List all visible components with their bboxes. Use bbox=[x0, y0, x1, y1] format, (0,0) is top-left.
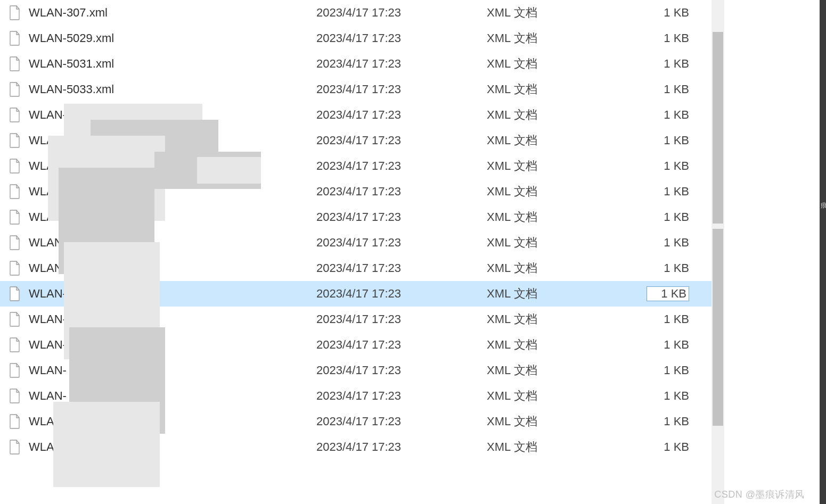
file-size: 1 KB bbox=[647, 108, 689, 122]
file-date-modified: 2023/4/17 17:23 bbox=[316, 185, 487, 199]
file-row[interactable]: WLAN-5033.xml2023/4/17 17:23XML 文档1 KB bbox=[0, 77, 724, 102]
file-row[interactable]: WLAN- 5G.xml2023/4/17 17:23XML 文档1 KB bbox=[0, 230, 724, 255]
file-type: XML 文档 bbox=[487, 209, 647, 225]
file-size: 1 KB bbox=[647, 440, 689, 454]
file-icon bbox=[9, 286, 21, 301]
file-size: 1 KB bbox=[647, 261, 689, 275]
file-type: XML 文档 bbox=[487, 30, 647, 46]
file-date-modified: 2023/4/17 17:23 bbox=[316, 6, 487, 20]
file-row[interactable]: WLAN- xml2023/4/17 17:23XML 文档1 KB bbox=[0, 153, 724, 179]
file-size: 1 KB bbox=[647, 415, 689, 428]
file-name: WLAN-5033.xml bbox=[29, 82, 316, 96]
file-size: 1 KB bbox=[647, 389, 689, 403]
file-list: WLAN-307.xml2023/4/17 17:23XML 文档1 KBWLA… bbox=[0, 0, 724, 504]
file-row[interactable]: WLAN- 1_5G.xml2023/4/17 17:23XML 文档1 KB bbox=[0, 409, 724, 434]
file-name: WLAN- XW.xml bbox=[29, 312, 316, 326]
file-date-modified: 2023/4/17 17:23 bbox=[316, 134, 487, 147]
file-icon bbox=[9, 337, 21, 352]
file-name: WLAN-307.xml bbox=[29, 6, 316, 20]
file-size: 1 KB bbox=[647, 57, 689, 71]
file-type: XML 文档 bbox=[487, 439, 647, 455]
file-size: 1 KB bbox=[647, 185, 689, 199]
file-row[interactable]: WLAN-C2023/4/17 17:23XML 文档1 KB bbox=[0, 128, 724, 153]
file-size: 1 KB bbox=[647, 363, 689, 377]
file-row[interactable]: WLAN- Y.xml2023/4/17 17:23XML 文档1 KB bbox=[0, 358, 724, 383]
file-date-modified: 2023/4/17 17:23 bbox=[316, 82, 487, 96]
file-size: 1 KB bbox=[647, 82, 689, 96]
file-type: XML 文档 bbox=[487, 107, 647, 123]
file-icon bbox=[9, 82, 21, 97]
file-icon bbox=[9, 235, 21, 250]
file-date-modified: 2023/4/17 17:23 bbox=[316, 287, 487, 301]
file-type: XML 文档 bbox=[487, 81, 647, 97]
file-icon bbox=[9, 312, 21, 327]
file-size: 1 KB bbox=[647, 134, 689, 147]
file-type: XML 文档 bbox=[487, 337, 647, 353]
file-row[interactable]: WLAN- 1前.xml2023/4/17 17:23XML 文档1 KB bbox=[0, 383, 724, 409]
file-row[interactable]: WLAN-5031.xml2023/4/17 17:23XML 文档1 KB bbox=[0, 51, 724, 77]
file-row[interactable]: WLAN-5029.xml2023/4/17 17:23XML 文档1 KB bbox=[0, 26, 724, 51]
file-name: WLAN- aoyun.xml bbox=[29, 338, 316, 352]
file-name: WLAN- .xml bbox=[29, 261, 316, 275]
file-name: WLAN- 5G.xml bbox=[29, 236, 316, 250]
file-type: XML 文档 bbox=[487, 133, 647, 148]
file-icon bbox=[9, 5, 21, 20]
file-type: XML 文档 bbox=[487, 414, 647, 429]
file-type: XML 文档 bbox=[487, 158, 647, 174]
file-icon bbox=[9, 56, 21, 71]
file-icon bbox=[9, 363, 21, 378]
file-name: WLAN- ICE.x bbox=[29, 185, 316, 199]
file-type: XML 文档 bbox=[487, 235, 647, 251]
file-date-modified: 2023/4/17 17:23 bbox=[316, 440, 487, 454]
file-row[interactable]: WLAN- ICE.x2023/4/17 17:23XML 文档1 KB bbox=[0, 179, 724, 204]
file-row[interactable]: WLAN- 40A.xml2023/4/17 17:23XML 文档1 KB bbox=[0, 281, 724, 307]
file-row[interactable]: WLAN- .xml2023/4/17 17:23XML 文档1 KB bbox=[0, 255, 724, 281]
scrollbar-thumb[interactable] bbox=[713, 32, 723, 224]
file-type: XML 文档 bbox=[487, 286, 647, 302]
file-type: XML 文档 bbox=[487, 362, 647, 378]
file-size: 1 KB bbox=[647, 338, 689, 352]
file-name: WLAN-C bbox=[29, 134, 316, 147]
file-type: XML 文档 bbox=[487, 311, 647, 327]
file-icon bbox=[9, 210, 21, 225]
file-icon bbox=[9, 108, 21, 122]
file-date-modified: 2023/4/17 17:23 bbox=[316, 210, 487, 224]
file-icon bbox=[9, 184, 21, 199]
file-date-modified: 2023/4/17 17:23 bbox=[316, 363, 487, 377]
file-size: 1 KB bbox=[647, 286, 689, 301]
file-row[interactable]: WLAN- zy.xml2023/4/17 17:23XML 文档1 KB bbox=[0, 434, 724, 460]
file-row[interactable]: WLAN-307.xml2023/4/17 17:23XML 文档1 KB bbox=[0, 0, 724, 26]
file-name: WLAN- Y.xml bbox=[29, 363, 316, 377]
scrollbar-thumb-2[interactable] bbox=[713, 229, 723, 426]
file-row[interactable]: WLAN- .xml2023/4/17 17:23XML 文档1 KB bbox=[0, 204, 724, 230]
file-type: XML 文档 bbox=[487, 184, 647, 200]
file-size: 1 KB bbox=[647, 159, 689, 173]
file-date-modified: 2023/4/17 17:23 bbox=[316, 236, 487, 250]
file-type: XML 文档 bbox=[487, 56, 647, 72]
file-date-modified: 2023/4/17 17:23 bbox=[316, 415, 487, 428]
file-icon bbox=[9, 31, 21, 46]
file-name: WLAN- 1前.xml bbox=[29, 388, 316, 404]
file-icon bbox=[9, 261, 21, 276]
file-row[interactable]: WLAN-CISP-PTE.xml2023/4/17 17:23XML 文档1 … bbox=[0, 102, 724, 128]
file-icon bbox=[9, 414, 21, 429]
file-date-modified: 2023/4/17 17:23 bbox=[316, 312, 487, 326]
file-date-modified: 2023/4/17 17:23 bbox=[316, 338, 487, 352]
file-date-modified: 2023/4/17 17:23 bbox=[316, 389, 487, 403]
file-date-modified: 2023/4/17 17:23 bbox=[316, 31, 487, 45]
file-date-modified: 2023/4/17 17:23 bbox=[316, 159, 487, 173]
file-name: WLAN- .xml bbox=[29, 210, 316, 224]
file-size: 1 KB bbox=[647, 312, 689, 326]
file-name: WLAN- 1_5G.xml bbox=[29, 415, 316, 428]
vertical-scrollbar[interactable] bbox=[711, 0, 724, 504]
side-panel-edge: 痕 bbox=[820, 0, 826, 504]
file-type: XML 文档 bbox=[487, 260, 647, 276]
file-name: WLAN- xml bbox=[29, 159, 316, 173]
file-date-modified: 2023/4/17 17:23 bbox=[316, 108, 487, 122]
file-size: 1 KB bbox=[647, 236, 689, 250]
file-date-modified: 2023/4/17 17:23 bbox=[316, 261, 487, 275]
file-row[interactable]: WLAN- aoyun.xml2023/4/17 17:23XML 文档1 KB bbox=[0, 332, 724, 358]
file-icon bbox=[9, 159, 21, 173]
file-icon bbox=[9, 389, 21, 403]
file-row[interactable]: WLAN- XW.xml2023/4/17 17:23XML 文档1 KB bbox=[0, 307, 724, 332]
